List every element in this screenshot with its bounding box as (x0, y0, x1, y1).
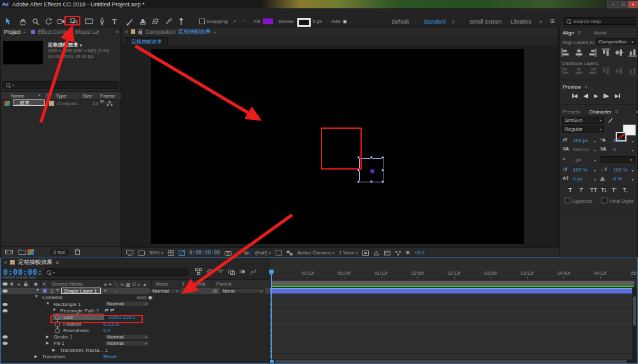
blend-mode-dropdown[interactable]: Normal▾ (105, 301, 149, 307)
eye-icon[interactable] (3, 303, 8, 306)
caret-icon[interactable]: ▾ (594, 139, 596, 143)
distribute-left-button[interactable] (602, 67, 610, 76)
project-bpc-button[interactable]: 8 bpc (50, 249, 69, 256)
snapshot-icon[interactable] (225, 251, 232, 256)
align-center-h-button[interactable] (575, 48, 583, 58)
caret-icon[interactable]: ▾ (632, 139, 634, 143)
hand-tool[interactable] (17, 17, 28, 26)
twirl-icon[interactable]: ▼ (52, 308, 56, 312)
timeline-row-transform-rectangle-1[interactable]: ▶Transform: Recta... 1 (1, 347, 269, 353)
sort-asc-icon[interactable]: ▲ (38, 93, 41, 97)
comp-tab-close-icon[interactable]: × (125, 29, 128, 35)
baseline-shift-value[interactable]: 0 px (573, 176, 582, 182)
tracking-value[interactable]: 0 (613, 147, 616, 152)
distribute-center-h-button[interactable] (615, 67, 623, 76)
eyedropper-icon[interactable] (607, 117, 614, 124)
manage-workspaces-icon[interactable]: ⊞ (550, 18, 555, 24)
twirl-icon[interactable]: ▶ (46, 340, 49, 345)
caret-icon[interactable]: ▾ (594, 168, 596, 173)
index-column[interactable]: # (43, 281, 45, 287)
faux-italic-button[interactable]: T (579, 187, 583, 193)
tab-character[interactable]: Character (589, 109, 611, 115)
timeline-row-stroke-1[interactable]: ▶Stroke 1Normal▾ (1, 333, 269, 340)
grid-guides-icon[interactable] (168, 250, 174, 256)
superscript-button[interactable]: T' (612, 187, 616, 193)
clone-stamp-tool[interactable] (137, 17, 148, 26)
next-frame-button[interactable]: ▶ (604, 93, 609, 99)
audio-column-icon[interactable] (10, 282, 15, 286)
close-button[interactable]: x (628, 1, 638, 8)
anchor-point[interactable] (370, 169, 375, 173)
channels-icon[interactable] (244, 251, 251, 256)
caret-icon[interactable]: ▾ (632, 148, 634, 152)
transform-rectangle-1-label[interactable]: Transform: Recta... 1 (60, 347, 108, 353)
col-type[interactable]: Type (56, 93, 66, 99)
workspace-libraries[interactable]: Libraries (510, 18, 531, 25)
twirl-icon[interactable]: ▶ (34, 354, 38, 358)
stroke-color-swatch[interactable] (297, 18, 311, 27)
graph-editor-icon[interactable] (250, 268, 256, 275)
zoom-level-dropdown[interactable]: 50% ▾ (149, 250, 163, 256)
horizontal-scale-value[interactable]: 100 % (613, 167, 628, 173)
add-button-icon[interactable]: ◉ (343, 18, 347, 24)
draft-3d-icon[interactable] (207, 268, 213, 275)
new-composition-icon[interactable] (27, 249, 34, 255)
tab-effects-presets[interactable]: Presets (563, 109, 580, 115)
hindi-digits-checkbox[interactable]: Hindi Digits (602, 198, 634, 204)
caret-icon[interactable]: ▾ (632, 168, 634, 173)
position-value[interactable]: 0.0,0.0 (103, 321, 119, 327)
roundness-label[interactable]: Roundness (63, 328, 89, 333)
blend-mode-dropdown[interactable]: Normal▾ (150, 288, 181, 294)
type-tool[interactable]: T (109, 17, 120, 26)
delete-icon[interactable] (75, 249, 80, 255)
project-search-field[interactable]: ▾ (2, 81, 119, 89)
blend-mode-dropdown[interactable]: Normal▾ (105, 340, 149, 346)
parent-column[interactable]: Parent (216, 281, 232, 287)
stroke-label[interactable]: Stroke: (278, 18, 294, 24)
previous-frame-button[interactable]: ◀ (583, 93, 588, 99)
reset-exposure-icon[interactable]: ✱ (406, 250, 410, 256)
comp-tab-label[interactable]: Composition (145, 29, 175, 35)
motion-blur-icon[interactable] (239, 268, 246, 275)
collapse-switch-icon[interactable]: ♦ (104, 288, 107, 293)
font-family-dropdown[interactable]: SimSun▾ (562, 117, 604, 124)
snapping-checkbox-box[interactable] (199, 18, 205, 24)
timeline-row-size[interactable]: Size100.0,100.0 (1, 314, 269, 320)
play-button[interactable]: ▶ (594, 93, 598, 99)
size-label[interactable]: Size (63, 314, 73, 320)
tab-effect-controls[interactable]: Effect Controls Shape Layer 1 (38, 29, 99, 35)
timeline-row-fill-1[interactable]: ▶Fill 1Normal▾ (1, 340, 269, 346)
eye-icon[interactable] (3, 289, 8, 293)
view-options-icon[interactable]: ⁘ (242, 18, 247, 24)
tab-align[interactable]: Align (563, 30, 574, 36)
align-left-button[interactable] (561, 48, 570, 58)
selection-handle[interactable] (382, 169, 384, 171)
distribute-bottom-button[interactable] (588, 67, 597, 76)
stroke-width-value[interactable]: 5 px (313, 18, 322, 24)
timeline-tab-close-icon[interactable]: × (4, 259, 7, 266)
view-layout-dropdown[interactable]: 1 View ▾ (339, 250, 358, 256)
stroke-1-label[interactable]: Stroke 1 (54, 334, 73, 340)
selection-handle[interactable] (357, 169, 360, 171)
timeline-row-position[interactable]: Position0.0,0.0 (1, 321, 269, 327)
transparency-grid-icon[interactable] (286, 251, 293, 256)
selection-handle[interactable] (357, 156, 360, 159)
composition-frame[interactable] (151, 49, 524, 244)
size-value[interactable]: 100.0,100.0 (108, 314, 135, 320)
timeline-row-rectangle-1[interactable]: ▼Rectangle 1Normal▾ (1, 301, 269, 307)
selection-handle[interactable] (370, 180, 373, 183)
align-panel-menu-icon[interactable]: ≡ (578, 30, 581, 36)
project-comp-name[interactable]: 定格抽帧效果 ▾ (48, 41, 82, 48)
path-direction-icons[interactable]: ⇄⇄ (105, 307, 115, 313)
work-area-bar[interactable] (271, 280, 635, 286)
twirl-icon[interactable]: ▼ (46, 302, 50, 305)
eye-icon[interactable] (3, 342, 8, 345)
blend-mode-dropdown[interactable]: Normal▾ (105, 334, 149, 340)
tag-column-icon[interactable]: ◳ (45, 93, 50, 99)
help-search-box[interactable]: Search Help (564, 17, 635, 25)
timeline-panel-menu-icon[interactable]: ≡ (56, 259, 59, 266)
workspace-standard[interactable]: Standard (424, 18, 446, 25)
timeline-row-shape-layer-1[interactable]: ▼1★Shape Layer 1Normal▾@None▾♦＼ (1, 288, 269, 294)
stroke-style-dropdown[interactable]: ▾ (600, 156, 635, 163)
eraser-tool[interactable] (150, 17, 161, 26)
